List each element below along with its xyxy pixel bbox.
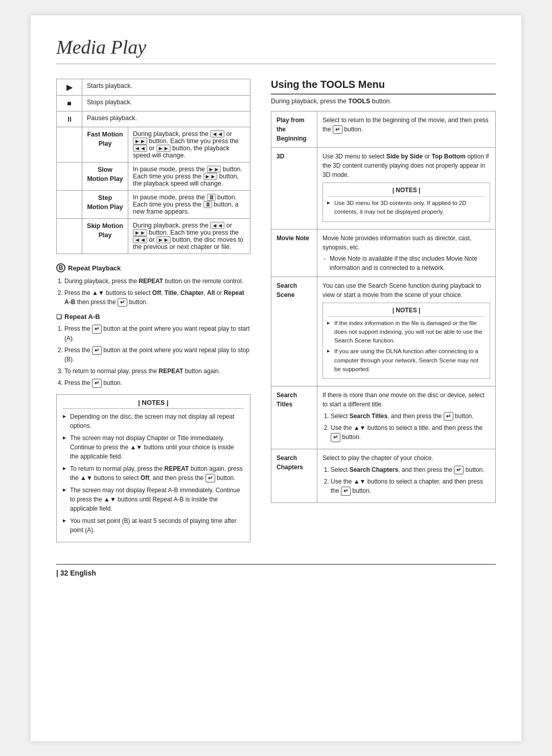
- movie-note-label: Movie Note: [271, 229, 317, 277]
- search-titles-content: If there is more than one movie on the d…: [317, 386, 496, 449]
- table-row: ⏸ Pauses playback.: [57, 111, 250, 127]
- left-column: ▶ Starts playback. ■ Stops playback. ⏸ P…: [56, 79, 250, 548]
- list-item: Depending on the disc, the screen may no…: [63, 412, 244, 430]
- skip-motion-desc: During playback, press the ◄◄ or ►► butt…: [128, 219, 250, 254]
- repeat-ab-heading: Repeat A-B: [56, 313, 250, 320]
- list-item: To return to normal play, press the REPE…: [64, 366, 250, 376]
- right-column: Using the TOOLS Menu During playback, pr…: [271, 79, 496, 503]
- list-item: Use the ▲▼ buttons to select a chapter, …: [331, 477, 490, 495]
- manual-page: Media Play ▶ Starts playback. ■ Stops pl…: [31, 15, 521, 741]
- list-item: Use the ▲▼ buttons to select a title, an…: [331, 423, 490, 442]
- list-item: You must set point (B) at least 5 second…: [63, 516, 244, 535]
- search-scene-content: You can use the Search Scene function du…: [317, 277, 496, 386]
- list-item: During playback, press the REPEAT button…: [64, 277, 250, 286]
- list-item: The screen may not display Chapter or Ti…: [63, 433, 244, 461]
- repeat-playback-heading: B Repeat Playback: [56, 263, 250, 272]
- pause-desc: Pauses playback.: [82, 111, 250, 127]
- table-row: Step Motion Play In pause mode, press th…: [57, 191, 250, 219]
- step-motion-label: Step Motion Play: [82, 191, 128, 219]
- search-scene-label: Search Scene: [271, 277, 317, 386]
- icon-stop: ■: [57, 96, 82, 111]
- page-language: English: [70, 569, 96, 577]
- list-item: To return to normal play, press the REPE…: [63, 464, 244, 483]
- table-row: Search Titles If there is more than one …: [271, 386, 496, 449]
- page-title: Media Play: [56, 36, 496, 64]
- table-row: Search Scene You can use the Search Scen…: [271, 277, 496, 386]
- skip-motion-label: Skip Motion Play: [82, 219, 128, 254]
- table-row: ▶ Starts playback.: [57, 79, 250, 96]
- page-number-bar: | 32 English: [56, 564, 496, 577]
- icon-pause: ⏸: [57, 111, 82, 127]
- list-item: Press the ▲▼ buttons to select Off, Titl…: [64, 288, 250, 307]
- movie-note-content: Movie Note provides information such as …: [317, 229, 496, 277]
- play-desc: Starts playback.: [82, 79, 250, 96]
- list-item: The screen may not display Repeat A-B im…: [63, 486, 244, 513]
- skip-motion-icon: [57, 219, 82, 254]
- step-motion-icon: [57, 191, 82, 219]
- list-item: Press the ↵ button.: [64, 378, 250, 387]
- main-layout: ▶ Starts playback. ■ Stops playback. ⏸ P…: [56, 79, 496, 548]
- table-row: Movie Note Movie Note provides informati…: [271, 229, 496, 277]
- notes-box: | NOTES | Depending on the disc, the scr…: [56, 394, 250, 542]
- tools-menu-heading: Using the TOOLS Menu: [271, 79, 496, 95]
- slow-motion-desc: In pause mode, press the ►► button. Each…: [128, 163, 250, 191]
- step-motion-desc: In pause mode, press the ⏸ button. Each …: [128, 191, 250, 219]
- table-row: Fast Motion Play During playback, press …: [57, 127, 250, 163]
- table-row: 3D Use 3D menu to select Side by Side or…: [271, 148, 496, 230]
- list-item: Press the ↵ button at the point where yo…: [64, 346, 250, 364]
- playback-table: ▶ Starts playback. ■ Stops playback. ⏸ P…: [56, 79, 250, 254]
- play-beginning-content: Select to return to the beginning of the…: [317, 111, 496, 148]
- slow-motion-icon: [57, 163, 82, 191]
- stop-desc: Stops playback.: [82, 96, 250, 111]
- fast-motion-desc: During playback, press the ◄◄ or ►► butt…: [128, 127, 250, 163]
- table-row: Slow Motion Play In pause mode, press th…: [57, 163, 250, 191]
- search-titles-label: Search Titles: [271, 386, 317, 449]
- search-titles-steps: Select Search Titles, and then press the…: [323, 411, 490, 442]
- table-row: ■ Stops playback.: [57, 96, 250, 111]
- list-item: Press the ↵ button at the point where yo…: [64, 324, 250, 342]
- repeat-ab-steps-list: Press the ↵ button at the point where yo…: [56, 324, 250, 387]
- tools-intro: During playback, press the TOOLS button.: [271, 98, 496, 105]
- 3d-label: 3D: [271, 148, 317, 230]
- notes-list: Depending on the disc, the screen may no…: [63, 412, 244, 535]
- movie-note-dash: Movie Note is available if the disc incl…: [323, 254, 490, 272]
- list-item: Select Search Chapters, and then press t…: [331, 465, 490, 474]
- search-chapters-steps: Select Search Chapters, and then press t…: [323, 465, 490, 496]
- page-number: 32: [60, 569, 68, 577]
- fast-motion-label: Fast Motion Play: [82, 127, 128, 163]
- table-row: Play from the Beginning Select to return…: [271, 111, 496, 148]
- icon-play: ▶: [57, 79, 82, 96]
- list-item: Select Search Titles, and then press the…: [331, 411, 490, 421]
- slow-motion-label: Slow Motion Play: [82, 163, 128, 191]
- circle-b-icon: B: [56, 263, 65, 272]
- search-chapters-label: Search Chapters: [271, 449, 317, 502]
- search-chapters-content: Select to play the chapter of your choic…: [317, 449, 496, 502]
- repeat-steps-list: During playback, press the REPEAT button…: [56, 277, 250, 307]
- notes-title: | NOTES |: [63, 399, 244, 409]
- fast-motion-icon: [57, 127, 82, 163]
- table-row: Skip Motion Play During playback, press …: [57, 219, 250, 254]
- play-beginning-label: Play from the Beginning: [271, 111, 317, 148]
- table-row: Search Chapters Select to play the chapt…: [271, 449, 496, 502]
- 3d-content: Use 3D menu to select Side by Side or To…: [317, 148, 496, 230]
- tools-table: Play from the Beginning Select to return…: [271, 111, 496, 503]
